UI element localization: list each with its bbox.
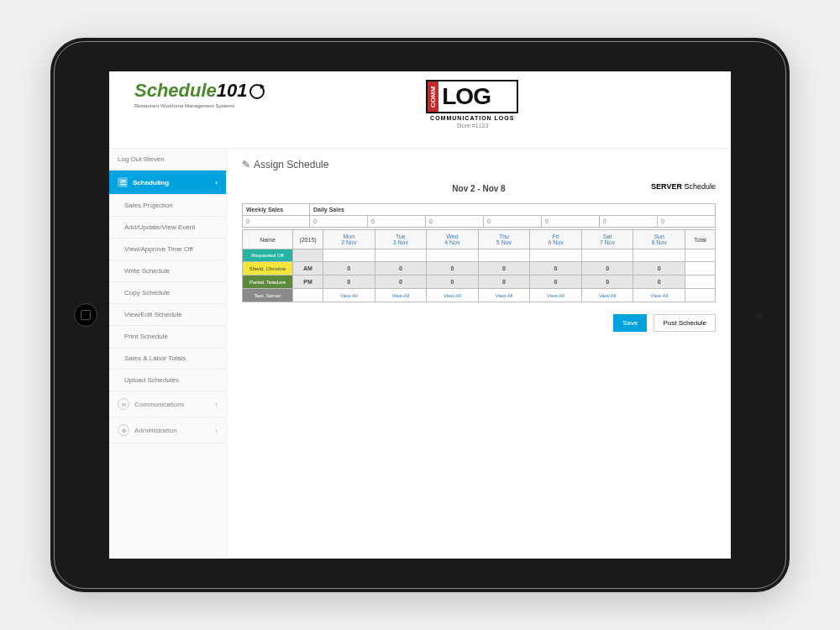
daily-sales-val: 0 xyxy=(426,216,484,228)
col-day: Mon2 Nov xyxy=(323,230,375,249)
col-day: Tue3 Nov xyxy=(375,230,427,249)
schedule-table: Name (2015) Mon2 Nov Tue3 Nov Wed4 Nov T… xyxy=(242,229,716,302)
sidebar-item-upload-schedules[interactable]: Upload Schedules xyxy=(109,370,226,391)
view-all-link[interactable]: View All xyxy=(633,289,685,302)
chevron-right-icon: › xyxy=(215,401,218,408)
sidebar-item-add-event[interactable]: Add/Update/View Event xyxy=(109,217,226,239)
refresh-icon xyxy=(249,84,265,99)
sidebar: Log Out Steven ☰ Scheduling › Sales Proj… xyxy=(109,149,227,559)
daily-sales-val: 0 xyxy=(368,216,426,228)
post-schedule-button[interactable]: Post Schedule xyxy=(654,314,716,332)
daily-sales-val: 0 xyxy=(600,216,658,228)
commlog-subtitle: COMMUNICATION LOGS xyxy=(426,115,518,121)
sidebar-item-copy-schedule[interactable]: Copy Schedule xyxy=(109,282,226,304)
server-schedule-label: SERVER Schedule xyxy=(651,182,716,191)
table-row: Requested Off xyxy=(243,249,716,262)
date-range: Nov 2 - Nov 8 xyxy=(242,184,716,193)
logo-tagline: Restaurant Workforce Management Systems xyxy=(134,103,265,108)
row-name: Requested Off xyxy=(243,249,293,262)
store-number: Store #1123 xyxy=(426,123,518,129)
commlog-vertical: COMM xyxy=(428,81,438,112)
shift-cell xyxy=(293,249,323,262)
save-button[interactable]: Save xyxy=(613,314,647,332)
chat-icon: ✉ xyxy=(118,398,129,410)
shift-cell: AM xyxy=(293,262,323,276)
sidebar-item-print-schedule[interactable]: Print Schedule xyxy=(109,326,226,348)
sidebar-label: Administration xyxy=(134,427,177,434)
commlog-text: LOG xyxy=(438,83,491,110)
sidebar-item-sales-projection[interactable]: Sales Projection xyxy=(109,195,226,217)
sidebar-item-time-off[interactable]: View/Approve Time Off xyxy=(109,239,226,260)
tablet-home-button[interactable] xyxy=(74,303,97,327)
tablet-camera xyxy=(756,312,763,318)
weekly-sales-header: Weekly Sales xyxy=(243,204,310,216)
page-title: Assign Schedule xyxy=(242,159,716,171)
view-all-link[interactable]: View All xyxy=(530,289,582,302)
sidebar-item-sales-labor[interactable]: Sales & Labor Totals xyxy=(109,348,226,370)
action-buttons: Save Post Schedule xyxy=(242,314,716,332)
row-name: Test, Server xyxy=(243,289,293,302)
sidebar-logout[interactable]: Log Out Steven xyxy=(109,149,226,171)
view-all-link[interactable]: View All xyxy=(581,289,633,302)
view-all-link[interactable]: View All xyxy=(323,289,375,302)
col-day: Fri6 Nov xyxy=(530,230,582,249)
col-day: Sun8 Nov xyxy=(633,230,685,249)
weekly-sales-val: 0 xyxy=(243,216,310,228)
header: Schedule101 Restaurant Workforce Managem… xyxy=(109,71,731,149)
view-all-link[interactable]: View All xyxy=(427,289,479,302)
main-panel: Assign Schedule Nov 2 - Nov 8 SERVER Sch… xyxy=(227,149,731,559)
shift-cell xyxy=(293,289,323,302)
col-day: Sat7 Nov xyxy=(581,230,633,249)
col-year: (2015) xyxy=(293,230,323,249)
chevron-right-icon: › xyxy=(215,427,218,434)
daily-sales-header: Daily Sales xyxy=(310,204,716,216)
row-name: Partial, Teledore xyxy=(243,276,293,289)
view-all-link[interactable]: View All xyxy=(478,289,530,302)
chevron-right-icon: › xyxy=(215,179,218,186)
table-row: Shield, Christine AM 0 0 0 0 0 0 0 xyxy=(243,262,716,276)
shift-cell: PM xyxy=(293,276,323,289)
sidebar-item-administration[interactable]: ⚙ Administration › xyxy=(109,417,226,444)
sidebar-item-communications[interactable]: ✉ Communications › xyxy=(109,391,226,417)
sidebar-item-write-schedule[interactable]: Write Schedule xyxy=(109,260,226,282)
calendar-icon: ☰ xyxy=(118,177,128,187)
logo-text: Schedule xyxy=(134,80,217,101)
table-row: Test, Server View All View All View All … xyxy=(243,289,716,302)
sales-table: Weekly Sales Daily Sales 0 0 0 0 0 0 0 0 xyxy=(242,203,716,228)
gear-icon: ⚙ xyxy=(118,424,129,436)
col-total: Total xyxy=(685,230,716,249)
sidebar-item-view-edit-schedule[interactable]: View/Edit Schedule xyxy=(109,304,226,326)
col-name: Name xyxy=(243,230,293,249)
logo-number: 101 xyxy=(217,80,248,101)
sidebar-label: Communications xyxy=(134,401,185,408)
commlog-logo: COMM LOG COMMUNICATION LOGS Store #1123 xyxy=(426,80,552,129)
table-row: Partial, Teledore PM 0 0 0 0 0 0 0 xyxy=(243,276,716,289)
col-day: Wed4 Nov xyxy=(427,230,479,249)
sidebar-label: Scheduling xyxy=(133,179,169,186)
daily-sales-val: 0 xyxy=(484,216,542,228)
row-name: Shield, Christine xyxy=(243,262,293,276)
daily-sales-val: 0 xyxy=(542,216,600,228)
schedule101-logo: Schedule101 Restaurant Workforce Managem… xyxy=(134,80,265,108)
screen: Schedule101 Restaurant Workforce Managem… xyxy=(109,71,731,559)
tablet-frame: Schedule101 Restaurant Workforce Managem… xyxy=(50,38,790,592)
view-all-link[interactable]: View All xyxy=(375,289,427,302)
content: Log Out Steven ☰ Scheduling › Sales Proj… xyxy=(109,149,731,559)
sidebar-item-scheduling[interactable]: ☰ Scheduling › xyxy=(109,171,226,195)
col-day: Thu5 Nov xyxy=(478,230,530,249)
daily-sales-val: 0 xyxy=(310,216,368,228)
daily-sales-val: 0 xyxy=(658,216,716,228)
